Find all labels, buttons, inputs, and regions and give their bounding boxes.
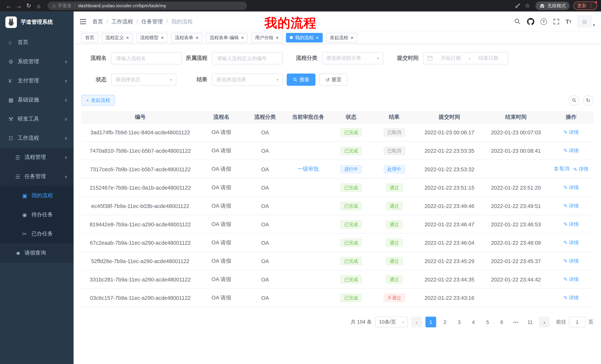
category-select[interactable]: 请选择流程分类 ▾ <box>322 52 383 64</box>
process-name-input[interactable] <box>111 52 182 64</box>
tab-process-form-edit[interactable]: 流程表单-编辑× <box>206 33 248 42</box>
close-tab-icon[interactable]: × <box>196 35 199 40</box>
sidebar-toggle-icon[interactable] <box>80 19 86 24</box>
cell-category: OA <box>243 258 287 264</box>
detail-action[interactable]: ✎详情 <box>573 166 589 173</box>
detail-action[interactable]: ✎详情 <box>563 202 579 209</box>
user-avatar[interactable]: ▨ ▾ <box>578 16 595 27</box>
page-button-5[interactable]: 5 <box>482 317 493 327</box>
sidebar-item-leave-query[interactable]: ☻请假查询 <box>0 244 74 263</box>
detail-action[interactable]: ✎详情 <box>563 239 579 246</box>
reload-icon[interactable]: ↻ <box>24 1 34 11</box>
tab-process-form[interactable]: 流程表单× <box>171 33 202 42</box>
create-process-button[interactable]: + 发起流程 <box>81 95 115 106</box>
font-size-icon[interactable]: TT <box>566 18 572 25</box>
breadcrumb-item[interactable]: 任务管理 <box>141 18 163 24</box>
cell-current-task: 一级审批 <box>287 166 330 172</box>
detail-action[interactable]: ✎详情 <box>563 294 579 301</box>
sidebar-item-label: 支付管理 <box>18 77 39 84</box>
detail-action[interactable]: ✎详情 <box>563 129 579 136</box>
detail-action[interactable]: ✎详情 <box>563 184 579 191</box>
tab-user-group[interactable]: 用户分组× <box>251 33 282 42</box>
cell-result: 通过 <box>372 257 416 265</box>
result-select[interactable]: 请选择流结果 ▾ <box>212 74 283 86</box>
reset-button[interactable]: ↺ 重置 <box>319 74 348 86</box>
search-toggle-button[interactable] <box>569 95 579 105</box>
sidebar-item-devtools[interactable]: ⚒研发工具∨ <box>0 109 74 129</box>
sidebar-item-payment[interactable]: ¥支付管理∨ <box>0 71 74 90</box>
cell-result: 已取消 <box>372 128 416 136</box>
close-tab-icon[interactable]: × <box>241 35 244 40</box>
github-icon[interactable] <box>527 18 534 25</box>
close-tab-icon[interactable]: × <box>276 35 279 40</box>
sidebar-item-home[interactable]: ⌂首页 <box>0 33 74 52</box>
cell-result: 通过 <box>372 238 416 247</box>
sidebar-item-process-manage[interactable]: ☰流程管理∨ <box>0 148 74 167</box>
cell-end-time: 2022-01-22 23:46:09 <box>483 239 549 246</box>
more-pages[interactable]: ••• <box>511 317 521 327</box>
browser-home-icon[interactable]: ⌂ <box>34 1 44 11</box>
tab-home[interactable]: 首页 <box>81 33 98 42</box>
status-select[interactable]: 请选择状态 ▾ <box>111 74 176 86</box>
menu-dots-icon[interactable]: ⋮ <box>589 3 593 9</box>
refresh-button[interactable]: ↻ <box>583 95 593 105</box>
back-icon[interactable]: ← <box>4 1 14 11</box>
page-button-4[interactable]: 4 <box>468 317 479 327</box>
tab-label: 流程表单 <box>175 34 193 41</box>
dropdown-caret-icon: ▾ <box>593 23 595 27</box>
update-label: 更新 <box>577 2 587 9</box>
tab-process-definition[interactable]: 流程定义× <box>102 33 133 42</box>
detail-action[interactable]: ✎详情 <box>563 147 579 154</box>
sidebar-item-workflow[interactable]: ☷工作流程∧ <box>0 129 74 148</box>
close-tab-icon[interactable]: × <box>161 35 164 40</box>
app-logo-row[interactable]: 芋道管理系统 <box>0 11 74 33</box>
address-bar[interactable]: ⚠ 不安全 dashboard.yudao.iocoder.cn/bpm/tas… <box>48 1 247 10</box>
sidebar-item-infrastructure[interactable]: ▦基础设施∨ <box>0 90 74 109</box>
next-page-button[interactable]: › <box>539 317 550 327</box>
page-button-6[interactable]: 6 <box>496 317 507 327</box>
plus-icon: + <box>86 98 89 103</box>
sidebar-item-task-manage[interactable]: ☱任务管理∧ <box>0 167 74 186</box>
page-size-select[interactable]: 10条/页 ▾ <box>375 317 408 327</box>
task-link[interactable]: 一级审批 <box>298 166 319 172</box>
page-button-2[interactable]: 2 <box>440 317 450 327</box>
forward-icon[interactable]: → <box>14 1 24 11</box>
table-row: 52ffd28e-7b9a-11ec-a290-acde48001122OA 请… <box>81 252 593 270</box>
cancel-action[interactable]: 取消 <box>554 165 570 172</box>
fullscreen-icon[interactable] <box>553 18 559 25</box>
tab-start-process[interactable]: 发起流程× <box>326 33 357 42</box>
detail-action[interactable]: ✎详情 <box>563 276 579 283</box>
sidebar-item-my-process[interactable]: ▣我的流程 <box>0 186 74 205</box>
date-range-picker[interactable]: 开始日期 - 结束日期 <box>423 52 508 64</box>
close-tab-icon[interactable]: × <box>316 35 319 40</box>
help-icon[interactable]: ? <box>540 18 547 25</box>
key-icon[interactable] <box>512 1 522 11</box>
update-browser-button[interactable]: 更新 ⋮ <box>573 1 597 10</box>
goto-page-input[interactable] <box>569 317 586 327</box>
tab-process-model[interactable]: 流程模型× <box>136 33 168 42</box>
sidebar-item-system[interactable]: ⚙系统管理∨ <box>0 52 74 71</box>
detail-action[interactable]: ✎详情 <box>563 258 579 264</box>
detail-action[interactable]: ✎详情 <box>563 221 579 228</box>
process-definition-input[interactable] <box>212 52 283 64</box>
cell-submit-time: 2022-01-22 23:51:15 <box>416 184 483 191</box>
sidebar-item-todo-task[interactable]: ◉待办任务 <box>0 205 74 224</box>
breadcrumb-item[interactable]: 工作流程 <box>111 18 133 24</box>
close-tab-icon[interactable]: × <box>126 35 129 40</box>
filter-status: 状态 请选择状态 ▾ <box>81 74 176 86</box>
close-tab-icon[interactable]: × <box>351 35 353 40</box>
breadcrumb-item[interactable]: 首页 <box>92 18 103 24</box>
search-button[interactable]: 搜索 <box>287 74 316 86</box>
page-button-3[interactable]: 3 <box>454 317 465 327</box>
search-icon[interactable] <box>514 18 521 25</box>
page-button-11[interactable]: 11 <box>525 317 535 327</box>
column-header: 状态 <box>330 114 372 120</box>
reset-icon: ↺ <box>325 77 330 83</box>
pagination: 共 104 条 10条/页 ▾ ‹ 123456•••11 › 前往 页 <box>81 317 593 335</box>
cell-category: OA <box>243 276 287 282</box>
bookmark-star-icon[interactable]: ☆ <box>522 1 532 11</box>
sidebar-item-done-task[interactable]: ✂已办任务 <box>0 224 74 243</box>
page-button-1[interactable]: 1 <box>425 317 436 327</box>
tab-my-process[interactable]: 我的流程× <box>286 33 323 42</box>
prev-page-button[interactable]: ‹ <box>411 317 422 327</box>
